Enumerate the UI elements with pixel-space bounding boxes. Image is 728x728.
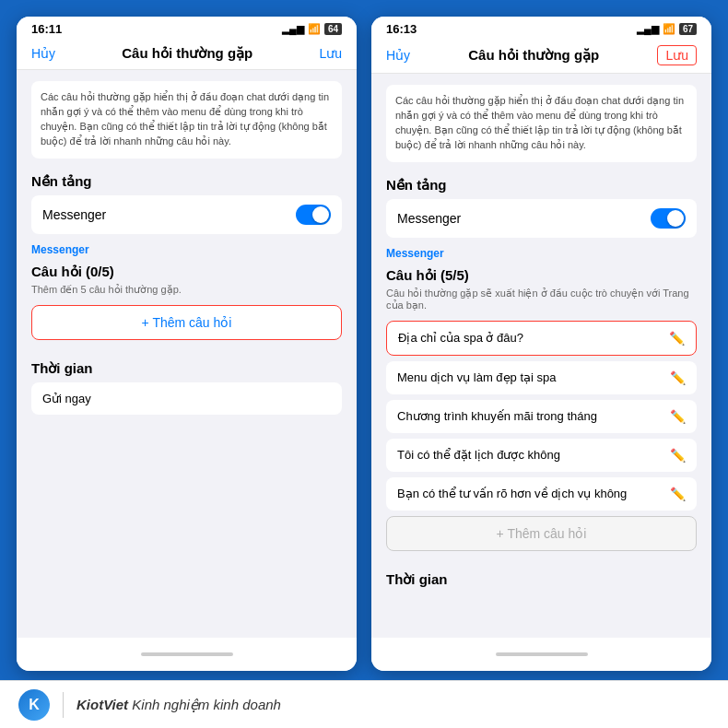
left-description: Các câu hỏi thường gặp hiển thị ở đầu đo…	[31, 81, 342, 159]
question-text-3: Chương trình khuyến mãi trong tháng	[397, 409, 597, 423]
kv-divider	[63, 692, 64, 718]
right-time-section: Thời gian	[386, 571, 697, 588]
left-footer-bar	[17, 638, 357, 671]
question-text-1: Địa chỉ của spa ở đâu?	[398, 331, 523, 345]
left-toggle-switch[interactable]	[296, 205, 331, 225]
question-text-5: Bạn có thể tư vấn rõ hơn về dịch vụ khôn…	[397, 487, 627, 500]
question-text-4: Tôi có thể đặt lịch được không	[397, 448, 560, 462]
left-time-section: Thời gian Gửi ngay	[31, 360, 342, 415]
kv-tagline-text: Kinh nghiệm kinh doanh	[132, 697, 281, 712]
left-section-label: Nền tảng	[31, 173, 342, 190]
left-status-bar: 16:11 ▂▄▆ 📶 64	[17, 17, 357, 40]
question-text-2: Menu dịch vụ làm đẹp tại spa	[397, 370, 557, 384]
right-nav-bar: Hủy Câu hỏi thường gặp Lưu	[371, 40, 711, 74]
question-item-3[interactable]: Chương trình khuyến mãi trong tháng ✏️	[386, 400, 697, 433]
kiotviet-logo: K	[18, 689, 50, 721]
right-wifi-icon: 📶	[663, 23, 675, 35]
right-toggle-switch[interactable]	[651, 208, 686, 229]
edit-icon-5[interactable]: ✏️	[670, 487, 686, 501]
right-question-sub: Câu hỏi thường gặp sẽ xuất hiện ở đầu cu…	[386, 288, 697, 311]
left-home-indicator	[141, 652, 233, 656]
signal-icon: ▂▄▆	[282, 23, 304, 35]
right-nav-title: Câu hỏi thường gặp	[468, 47, 599, 64]
left-time: 16:11	[31, 22, 62, 36]
left-messenger-link[interactable]: Messenger	[31, 243, 342, 256]
battery-icon: 64	[324, 23, 342, 35]
right-section-label: Nền tảng	[386, 177, 697, 194]
right-phone: 16:13 ▂▄▆ 📶 67 Hủy Câu hỏi thường gặp Lư…	[371, 17, 711, 671]
left-cancel-button[interactable]: Hủy	[31, 46, 55, 61]
right-question-header: Câu hỏi (5/5)	[386, 267, 697, 284]
question-item-5[interactable]: Bạn có thể tư vấn rõ hơn về dịch vụ khôn…	[386, 477, 697, 511]
left-save-button[interactable]: Lưu	[319, 46, 342, 61]
right-toggle-label: Messenger	[397, 211, 461, 226]
question-item-2[interactable]: Menu dịch vụ làm đẹp tại spa ✏️	[386, 361, 697, 394]
right-battery-icon: 67	[679, 23, 697, 35]
edit-icon-4[interactable]: ✏️	[670, 448, 686, 463]
question-item-4[interactable]: Tôi có thể đặt lịch được không ✏️	[386, 439, 697, 472]
left-add-question-button[interactable]: + Thêm câu hỏi	[31, 305, 342, 340]
left-screen-content: Các câu hỏi thường gặp hiển thị ở đầu đo…	[17, 70, 357, 638]
left-question-sub: Thêm đến 5 câu hỏi thường gặp.	[31, 284, 342, 296]
left-time-value-row: Gửi ngay	[31, 382, 342, 415]
right-messenger-link[interactable]: Messenger	[386, 247, 697, 260]
right-add-question-button: + Thêm câu hỏi	[386, 516, 697, 551]
right-status-icons: ▂▄▆ 📶 67	[637, 23, 697, 35]
left-nav-title: Câu hỏi thường gặp	[122, 45, 252, 62]
left-time-label: Thời gian	[31, 360, 342, 377]
right-time: 16:13	[386, 22, 417, 36]
right-signal-icon: ▂▄▆	[637, 23, 659, 35]
left-phone: 16:11 ▂▄▆ 📶 64 Hủy Câu hỏi thường gặp Lư…	[17, 17, 357, 671]
right-status-bar: 16:13 ▂▄▆ 📶 67	[371, 17, 711, 40]
left-nav-bar: Hủy Câu hỏi thường gặp Lưu	[17, 40, 357, 70]
question-item-1[interactable]: Địa chỉ của spa ở đâu? ✏️	[386, 321, 697, 356]
right-time-label: Thời gian	[386, 571, 697, 588]
left-status-icons: ▂▄▆ 📶 64	[282, 23, 342, 35]
right-cancel-button[interactable]: Hủy	[386, 48, 410, 63]
edit-icon-2[interactable]: ✏️	[670, 370, 686, 385]
kiotviet-footer-bar: K KiotViet Kinh nghiệm kinh doanh	[0, 680, 728, 728]
left-question-header: Câu hỏi (0/5)	[31, 264, 342, 280]
kv-brand: KiotViet Kinh nghiệm kinh doanh	[76, 697, 281, 713]
left-toggle-label: Messenger	[42, 207, 106, 222]
edit-icon-3[interactable]: ✏️	[670, 409, 686, 424]
right-save-button[interactable]: Lưu	[657, 45, 697, 65]
edit-icon-1[interactable]: ✏️	[669, 331, 685, 346]
left-time-value: Gửi ngay	[42, 392, 91, 405]
right-description: Các câu hỏi thường gặp hiển thị ở đầu đo…	[386, 85, 697, 162]
right-footer-bar	[371, 638, 711, 671]
right-home-indicator	[496, 652, 588, 656]
left-toggle-row: Messenger	[31, 195, 342, 234]
right-toggle-row: Messenger	[386, 199, 697, 238]
wifi-icon: 📶	[308, 23, 321, 35]
right-screen-content: Các câu hỏi thường gặp hiển thị ở đầu đo…	[371, 74, 711, 638]
